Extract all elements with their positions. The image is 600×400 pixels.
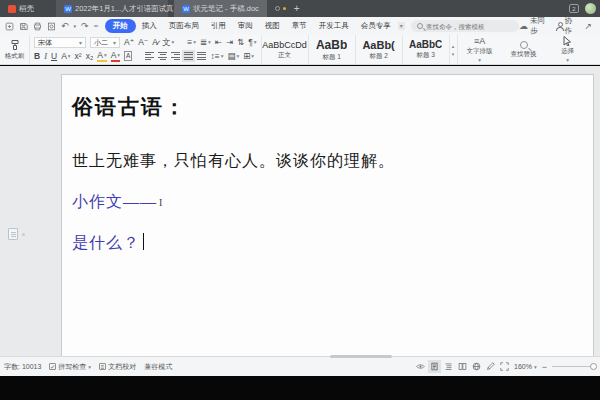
find-replace-button[interactable]: 查找替换	[502, 35, 546, 64]
member-chevron-down-icon[interactable]: ▾	[398, 22, 405, 30]
font-size-select[interactable]: 小二 ▾	[90, 37, 120, 48]
ribbon-tab-member[interactable]: 会员专享	[355, 19, 397, 33]
italic-button[interactable]: I	[44, 51, 47, 62]
outline-view-icon[interactable]	[444, 362, 453, 371]
ribbon-tab-insert[interactable]: 插入	[136, 19, 163, 33]
borders-button[interactable]: ⊞▾	[243, 51, 254, 62]
ribbon-tab-view[interactable]: 视图	[259, 19, 286, 33]
ink-pen-icon[interactable]	[486, 362, 495, 371]
decrease-indent-button[interactable]: ⇤	[215, 37, 222, 48]
margin-note[interactable]	[8, 228, 25, 240]
format-painter-icon	[9, 39, 21, 51]
phonetic-guide-button[interactable]: 文▾	[162, 37, 174, 48]
increase-indent-button[interactable]: ⇥	[226, 37, 233, 48]
font-name-select[interactable]: 宋体 ▾	[34, 37, 86, 48]
style-normal[interactable]: AaBbCcDd 正文	[262, 35, 309, 64]
style-preview: AaBbCcDd	[262, 40, 307, 50]
superscript-button[interactable]: x²	[75, 51, 82, 62]
sort-button[interactable]: ⇅	[237, 37, 244, 48]
menu-icon[interactable]	[5, 22, 14, 31]
person-icon	[555, 22, 562, 30]
bold-button[interactable]: B	[34, 51, 40, 62]
style-heading-3[interactable]: AaBbC 标题 3	[403, 35, 450, 64]
numbered-list-button[interactable]: ≣▾	[200, 37, 211, 48]
chevron-down-icon: ▾	[88, 364, 91, 370]
document-area[interactable]: 俗语古语： 世上无难事，只怕有心人。谈谈你的理解。 小作文——I 是什么？	[0, 66, 600, 356]
distribute-button[interactable]	[197, 52, 206, 61]
fit-page-icon[interactable]	[500, 362, 509, 371]
select-button[interactable]: 选择 ▾	[546, 35, 590, 64]
align-right-button[interactable]	[171, 52, 180, 61]
page-view-icon[interactable]	[430, 362, 439, 371]
tab-document-1[interactable]: W 2022年1月1...人才引语面试真题	[56, 0, 168, 17]
tab-document-2-active[interactable]: W 状元笔记 - 手稿.doc	[174, 0, 267, 17]
word-count[interactable]: 字数: 10013	[4, 362, 41, 372]
character-border-button[interactable]: A	[124, 51, 132, 61]
customize-toolbar-icon[interactable]: ≂	[94, 22, 99, 31]
shading-button[interactable]: ▤▾	[227, 51, 239, 62]
user-avatar[interactable]	[585, 3, 596, 14]
style-heading-1[interactable]: AaBb 标题 1	[309, 35, 356, 64]
ribbon-tab-review[interactable]: 审阅	[232, 19, 259, 33]
paragraph-mark-button[interactable]: ¶▾	[248, 37, 256, 48]
align-left-button[interactable]	[145, 52, 154, 61]
two-page-view-icon[interactable]	[458, 362, 467, 371]
zoom-out-button[interactable]: −	[542, 362, 547, 372]
undo-chevron-down-icon[interactable]: ▾	[74, 22, 77, 31]
align-center-button[interactable]	[158, 52, 167, 61]
tab-docer[interactable]: 稻壳	[0, 0, 42, 17]
command-search-box[interactable]	[411, 20, 519, 32]
tip-bulb-icon[interactable]	[275, 6, 280, 11]
share-icon[interactable]: ↗	[584, 22, 592, 31]
ribbon-tab-dev-tools[interactable]: 开发工具	[313, 19, 355, 33]
highlight-color-button[interactable]: A▾	[97, 51, 106, 62]
doc-blue-line-2: 是什么？	[72, 233, 144, 254]
ribbon-tab-section[interactable]: 章节	[286, 19, 313, 33]
ribbon-tab-home[interactable]: 开始	[105, 19, 136, 33]
zoom-slider-handle[interactable]	[590, 363, 597, 370]
proofread-button[interactable]: ≡ 文档校对	[99, 362, 136, 372]
font-row-1: 宋体 ▾ 小二 ▾ A⁺ A⁻ A̷ 文▾ ≡▾ ≣▾ ⇤ ⇥ ⇅ ¶▾	[34, 36, 257, 49]
eye-protect-icon[interactable]	[416, 362, 425, 371]
style-gallery-scroll[interactable]: ▴ ▾	[450, 35, 458, 64]
format-painter-label: 格式刷	[5, 52, 25, 61]
document-page[interactable]: 俗语古语： 世上无难事，只怕有心人。谈谈你的理解。 小作文——I 是什么？	[61, 74, 594, 356]
search-input[interactable]	[426, 23, 514, 30]
clear-format-button[interactable]: A̷	[152, 37, 158, 48]
horizontal-scrollbar-thumb[interactable]	[330, 355, 392, 358]
print-icon[interactable]	[33, 22, 42, 31]
message-badge[interactable]: 2	[569, 4, 579, 13]
bullet-list-button[interactable]: ≡▾	[187, 37, 196, 48]
print-preview-icon[interactable]	[47, 22, 56, 31]
doc-blue-line-1: 小作文——I	[72, 192, 163, 213]
letterbox-bottom	[0, 376, 600, 400]
style-preview: AaBb	[316, 38, 347, 52]
font-color-button[interactable]: A▾	[111, 51, 120, 62]
collaborate-button[interactable]: 协作	[555, 16, 577, 36]
subscript-button[interactable]: x₂	[86, 51, 94, 62]
zoom-slider[interactable]	[552, 366, 594, 367]
text-effects-button[interactable]: A▾	[61, 51, 70, 62]
sync-status-button[interactable]: ☁ 未同步	[519, 16, 549, 36]
undo-icon[interactable]: ↶	[61, 22, 69, 31]
underline-button[interactable]: U	[51, 51, 57, 62]
grow-font-button[interactable]: A⁺	[124, 37, 134, 48]
ribbon-tab-page-layout[interactable]: 页面布局	[163, 19, 205, 33]
spell-check-toggle[interactable]: ✓ 拼写检查 ▾	[49, 362, 91, 372]
shrink-font-button[interactable]: A⁻	[138, 37, 148, 48]
save-icon[interactable]	[19, 22, 28, 31]
scroll-up-icon[interactable]: ▴	[452, 43, 455, 49]
ribbon-tab-references[interactable]: 引用	[205, 19, 232, 33]
text-layout-button[interactable]: ≡A 文字排版 ▾	[458, 35, 502, 64]
window-tab-bar: 稻壳 W 2022年1月1...人才引语面试真题 W 状元笔记 - 手稿.doc…	[0, 0, 600, 17]
line-spacing-button[interactable]: ↕≡▾	[210, 51, 223, 62]
redo-icon[interactable]: ↷	[81, 22, 89, 31]
web-view-icon[interactable]	[472, 362, 481, 371]
style-heading-2[interactable]: AaBb( 标题 2	[356, 35, 403, 64]
zoom-level-button[interactable]: 160% ▾	[514, 363, 537, 370]
font-size-value: 小二	[94, 38, 108, 48]
format-painter-button[interactable]: 格式刷	[0, 35, 30, 64]
scroll-down-icon[interactable]: ▾	[452, 51, 455, 57]
font-name-value: 宋体	[38, 38, 52, 48]
justify-button[interactable]	[184, 52, 193, 61]
